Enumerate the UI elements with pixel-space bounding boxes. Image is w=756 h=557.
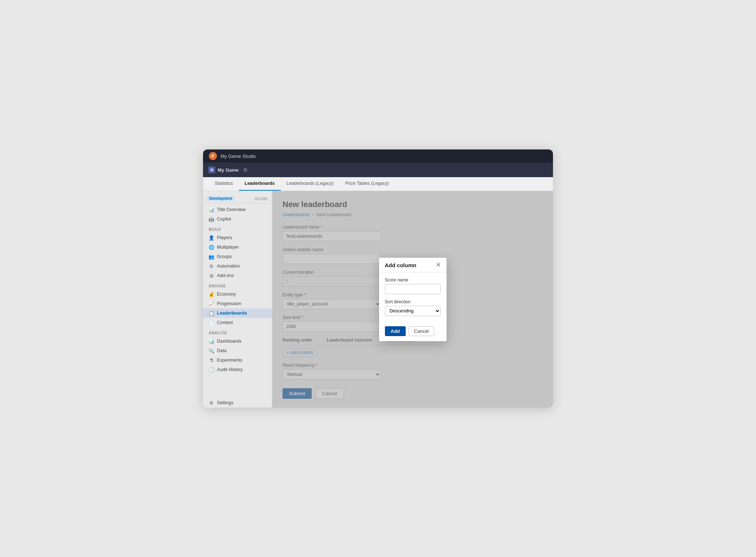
modal-title: Add column (385, 262, 417, 268)
score-name-input[interactable] (385, 284, 441, 294)
sidebar-item-dashboards[interactable]: 📊 Dashboards (203, 336, 272, 346)
sort-direction-label: Sort direction (385, 299, 441, 304)
topbar: P My Game Studio (203, 149, 553, 163)
sort-direction-group: Sort direction Descending Ascending (385, 299, 441, 316)
sidebar-settings-icon: ⚙ (209, 400, 214, 405)
content-area: New leaderboard Leaderboards > New Leade… (272, 191, 553, 408)
sidebar-item-multiplayer[interactable]: 🌐 Multiplayer (203, 242, 272, 252)
add-button[interactable]: Add (385, 326, 406, 336)
tab-leaderboards[interactable]: Leaderboards (239, 177, 281, 191)
sidebar-item-groups[interactable]: 👥 Groups (203, 252, 272, 261)
sidebar-section-build: BUILD (203, 224, 272, 233)
progression-icon: 📈 (209, 301, 214, 306)
main-layout: Development 0/100K 📊 Title Overview 🤖 Co… (203, 191, 553, 408)
subheader: My Game ⚙ (203, 163, 553, 177)
dashboards-icon: 📊 (209, 339, 214, 344)
sidebar-section-analyze: ANALYZE (203, 327, 272, 336)
env-badge: Development (207, 196, 234, 201)
modal-close-button[interactable]: ✕ (436, 262, 441, 268)
sidebar-item-progression[interactable]: 📈 Progression (203, 299, 272, 308)
add-column-modal: Add column ✕ Score name Sort direction D… (379, 258, 447, 341)
sidebar-item-experiments[interactable]: ⚗ Experiments (203, 355, 272, 365)
players-icon: 👤 (209, 235, 214, 240)
automation-icon: ⚙ (209, 264, 214, 269)
modal-footer: Add Cancel (379, 326, 447, 341)
sidebar-item-leaderboards[interactable]: 📋 Leaderboards (203, 308, 272, 318)
copilot-icon: 🤖 (209, 217, 214, 222)
score-name-group: Score name (385, 277, 441, 294)
env-count: 0/100K (255, 196, 268, 201)
chart-icon: 📊 (209, 207, 214, 212)
score-name-label: Score name (385, 277, 441, 283)
game-icon (208, 166, 215, 174)
tabs-row: Statistics Leaderboards Leaderboards (Le… (203, 177, 553, 191)
tab-leaderboards-legacy[interactable]: Leaderboards (Legacy) (281, 177, 339, 191)
studio-name: My Game Studio (221, 153, 256, 159)
content-icon: 📄 (209, 320, 214, 325)
modal-overlay: Add column ✕ Score name Sort direction D… (272, 191, 553, 408)
modal-header: Add column ✕ (379, 258, 447, 272)
multiplayer-icon: 🌐 (209, 245, 214, 250)
sidebar-item-title-overview[interactable]: 📊 Title Overview (203, 205, 272, 214)
sidebar-item-copilot[interactable]: 🤖 Copilot (203, 214, 272, 224)
sidebar-section-engage: ENGAGE (203, 280, 272, 289)
sidebar-item-settings[interactable]: ⚙ Settings (203, 398, 272, 408)
leaderboards-icon: 📋 (209, 311, 214, 316)
env-selector[interactable]: Development 0/100K (203, 194, 272, 203)
sidebar: Development 0/100K 📊 Title Overview 🤖 Co… (203, 191, 272, 408)
sidebar-item-addons[interactable]: ⊞ Add-ons (203, 271, 272, 280)
sort-direction-select[interactable]: Descending Ascending (385, 306, 441, 316)
tab-prize-tables-legacy[interactable]: Prize Tables (Legacy) (339, 177, 395, 191)
tab-statistics[interactable]: Statistics (209, 177, 239, 191)
addons-icon: ⊞ (209, 273, 214, 278)
groups-icon: 👥 (209, 254, 214, 259)
modal-body: Score name Sort direction Descending Asc… (379, 272, 447, 326)
sidebar-item-content[interactable]: 📄 Content (203, 318, 272, 327)
audit-icon: 🕐 (209, 367, 214, 372)
economy-icon: 💰 (209, 292, 214, 297)
cancel-modal-button[interactable]: Cancel (409, 326, 434, 336)
sidebar-item-players[interactable]: 👤 Players (203, 233, 272, 242)
sidebar-item-automation[interactable]: ⚙ Automation (203, 261, 272, 271)
experiments-icon: ⚗ (209, 358, 214, 363)
sidebar-item-data[interactable]: 🔍 Data (203, 346, 272, 355)
sidebar-item-economy[interactable]: 💰 Economy (203, 289, 272, 299)
topbar-logo: P (209, 152, 217, 160)
settings-icon[interactable]: ⚙ (243, 167, 248, 173)
data-icon: 🔍 (209, 348, 214, 353)
sidebar-item-audit-history[interactable]: 🕐 Audit History (203, 365, 272, 374)
game-name: My Game (218, 167, 239, 173)
